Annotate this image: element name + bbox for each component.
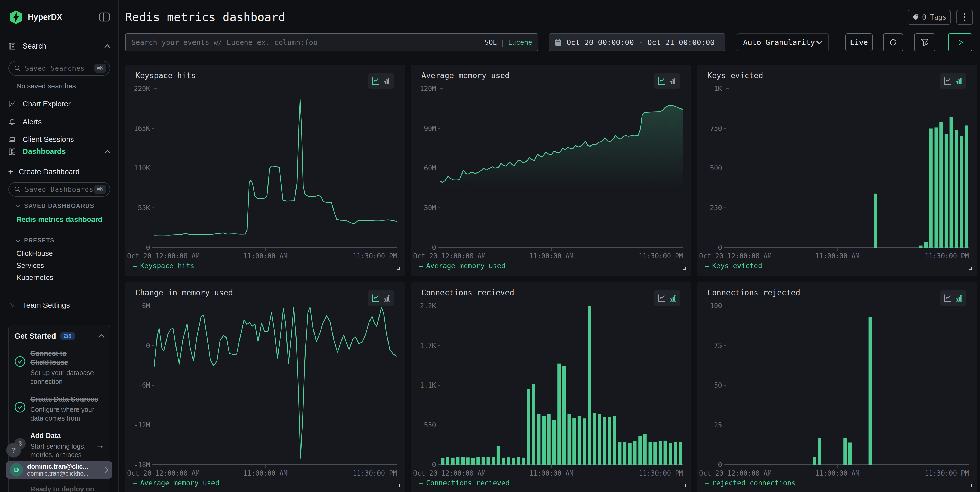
help-button[interactable]: ? [6, 443, 21, 457]
sidebar-item-alerts[interactable]: Alerts [0, 116, 119, 128]
get-started-item-connect[interactable]: Connect to ClickHouse Set up your databa… [14, 349, 104, 386]
svg-text:250: 250 [710, 204, 722, 212]
chart-panel: Average memory used 120M90M60M30M0Oct 20… [411, 65, 691, 276]
svg-text:6M: 6M [142, 302, 150, 310]
sql-mode-toggle[interactable]: SQL [485, 38, 497, 46]
chart-plot: 120M90M60M30M0Oct 20 12:00:00 AM11:00:00… [411, 65, 691, 260]
get-started-title: Get Started [14, 331, 56, 340]
svg-text:2.2K: 2.2K [420, 302, 436, 310]
date-range-input[interactable]: Oct 20 00:00:00 - Oct 21 00:00:00 [549, 33, 725, 51]
sidebar-item-client-sessions[interactable]: Client Sessions [0, 133, 119, 145]
sidebar-item-chart-explorer[interactable]: Chart Explorer [0, 98, 119, 110]
svg-text:1K: 1K [714, 85, 722, 92]
refresh-icon [889, 38, 898, 47]
sidebar-item-services[interactable]: Services [16, 261, 44, 270]
shortcut-badge: ⌘K [94, 185, 107, 194]
sidebar-item-label: Alerts [22, 118, 41, 126]
sidebar-collapse-button[interactable] [99, 11, 110, 23]
svg-text:165K: 165K [134, 125, 150, 132]
resize-handle[interactable] [969, 267, 972, 270]
legend-label: Keyspace hits [140, 262, 194, 270]
sidebar-section-search[interactable]: Search [0, 38, 119, 54]
svg-text:50: 50 [714, 382, 722, 389]
saved-searches-input[interactable]: Saved Searches ⌘K [8, 61, 110, 76]
live-button[interactable]: Live [845, 33, 873, 51]
sidebar-item-redis-dashboard[interactable]: Redis metrics dashboard [16, 215, 102, 224]
svg-text:11:00:00 AM: 11:00:00 AM [243, 470, 288, 477]
create-dashboard-label: Create Dashboard [19, 167, 80, 176]
resize-handle[interactable] [683, 267, 686, 270]
charts-grid: Keyspace hits 220K165K110K55K0Oct 20 12:… [125, 65, 980, 492]
get-started-item-add-data[interactable]: 3 Add Data Start sending logs, metrics, … [14, 431, 104, 459]
play-button[interactable] [948, 33, 972, 51]
legend-swatch: — [419, 262, 423, 270]
chart-plot: 1K7505002500Oct 20 12:00:00 AM11:00:00 A… [697, 65, 977, 260]
saved-dashboards-input[interactable]: Saved Dashboards ⌘K [8, 182, 110, 197]
user-menu[interactable]: D dominic.tran@clic... dominic.tran@clic… [6, 461, 112, 479]
chevron-down-icon [16, 205, 21, 208]
resize-handle[interactable] [397, 267, 400, 270]
event-search-input[interactable]: Search your events w/ Lucene ex. column:… [125, 33, 538, 51]
granularity-select[interactable]: Auto Granularity [737, 33, 829, 51]
chart-legend: —Average memory used [419, 262, 506, 270]
svg-text:Oct 20 12:00:00 AM: Oct 20 12:00:00 AM [127, 252, 200, 260]
create-dashboard-button[interactable]: + Create Dashboard [0, 166, 119, 178]
filter-button[interactable] [914, 33, 935, 51]
svg-text:Oct 20 12:00:00 AM: Oct 20 12:00:00 AM [699, 252, 772, 260]
svg-text:1.1K: 1.1K [420, 382, 436, 389]
get-started-item-sources[interactable]: Create Data Sources Configure where your… [14, 395, 104, 423]
legend-swatch: — [133, 262, 137, 270]
get-started-item-deploy: Ready to deploy on ClickHouse Cloud? [14, 484, 104, 492]
tag-icon [912, 14, 919, 21]
user-email: dominic.tran@clickho... [27, 470, 88, 477]
sidebar-item-label: Client Sessions [22, 135, 74, 144]
svg-text:11:30:00 PM: 11:30:00 PM [639, 470, 683, 477]
presets-group[interactable]: PRESETS [16, 237, 54, 244]
chevron-up-icon [104, 45, 110, 48]
chart-plot: 2.2K1.7K1.1K5500Oct 20 12:00:00 AM11:00:… [411, 282, 691, 477]
svg-text:-12M: -12M [134, 421, 150, 429]
sidebar-item-label: Chart Explorer [22, 100, 71, 108]
lucene-mode-toggle[interactable]: Lucene [508, 38, 532, 46]
chart-plot: 6M0-6M-12M-18MOct 20 12:00:00 AM11:00:00… [125, 282, 405, 477]
no-saved-searches-text: No saved searches [16, 82, 76, 90]
svg-text:11:30:00 PM: 11:30:00 PM [639, 252, 683, 260]
more-options-button[interactable] [956, 10, 973, 25]
check-circle-icon [14, 395, 26, 423]
svg-text:11:30:00 PM: 11:30:00 PM [925, 470, 969, 477]
chevron-up-icon[interactable] [98, 334, 104, 338]
svg-text:120M: 120M [420, 85, 436, 92]
svg-text:100: 100 [710, 302, 722, 310]
gear-icon [8, 301, 16, 309]
svg-text:0: 0 [146, 244, 150, 252]
saved-dashboards-group[interactable]: SAVED DASHBOARDS [16, 202, 94, 210]
kebab-icon [964, 13, 966, 22]
sidebar-item-team-settings[interactable]: Team Settings [0, 299, 119, 311]
user-name: dominic.tran@clic... [27, 463, 88, 470]
svg-text:500: 500 [710, 164, 722, 172]
presets-group-label: PRESETS [24, 237, 54, 244]
resize-handle[interactable] [969, 484, 972, 487]
sidebar-item-clickhouse[interactable]: ClickHouse [16, 249, 53, 258]
svg-text:750: 750 [710, 125, 722, 132]
svg-text:-18M: -18M [134, 461, 150, 469]
svg-text:11:00:00 AM: 11:00:00 AM [243, 252, 288, 260]
sidebar-section-dashboards[interactable]: Dashboards [0, 144, 119, 159]
get-started-item-title: Connect to ClickHouse [30, 349, 104, 367]
resize-handle[interactable] [397, 484, 400, 487]
hyperdx-logo-icon [9, 10, 23, 24]
svg-text:25: 25 [714, 421, 722, 429]
sidebar-item-label: Team Settings [22, 301, 70, 309]
saved-dashboards-group-label: SAVED DASHBOARDS [24, 202, 94, 210]
refresh-button[interactable] [883, 33, 903, 51]
svg-text:Oct 20 12:00:00 AM: Oct 20 12:00:00 AM [413, 470, 486, 477]
tags-button[interactable]: 0 Tags [908, 10, 951, 25]
chart-panel: Connections rejected 1007550250Oct 20 12… [697, 282, 977, 492]
svg-text:11:30:00 PM: 11:30:00 PM [353, 252, 397, 260]
sidebar-item-kubernetes[interactable]: Kubernetes [16, 274, 53, 282]
svg-text:220K: 220K [134, 85, 150, 92]
chart-legend: —Connections recieved [419, 479, 509, 487]
svg-text:0: 0 [718, 461, 722, 469]
resize-handle[interactable] [683, 484, 686, 487]
event-search-placeholder: Search your events w/ Lucene ex. column:… [131, 38, 318, 47]
